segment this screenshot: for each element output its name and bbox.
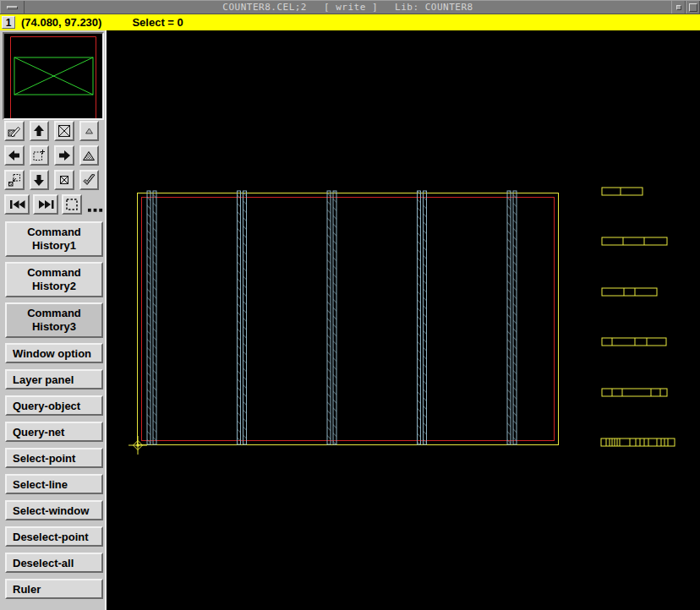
command-history1-button[interactable]: CommandHistory1 (5, 221, 103, 257)
select-line-button[interactable]: Select-line (5, 474, 103, 494)
tool-zoom-out-button[interactable] (4, 170, 25, 190)
window-number-badge: 1 (2, 16, 15, 29)
command-history3-button[interactable]: CommandHistory3 (5, 302, 103, 338)
title-write-mode: [ write ] (324, 2, 378, 13)
select-window-button[interactable]: Select-window (5, 500, 103, 520)
button-label: Query-net (13, 426, 101, 438)
overview-minimap[interactable] (3, 32, 104, 120)
button-label: Query-object (13, 400, 101, 412)
button-label: History2 (7, 280, 101, 293)
poly-bar-strip (147, 191, 150, 444)
application-window: COUNTER8.CEL;2[ write ]Lib: COUNTER8 1 (… (0, 0, 700, 610)
select-count: Select = 0 (132, 16, 183, 29)
query-object-button[interactable]: Query-object (5, 395, 103, 416)
button-label: History1 (7, 239, 101, 253)
minimap-view-window[interactable] (14, 57, 93, 95)
cell-row (602, 288, 657, 296)
tool-zoom-window-button[interactable] (30, 145, 50, 166)
select-box-icon (64, 197, 79, 212)
layer-panel-button[interactable]: Layer panel (5, 369, 103, 389)
draw-edit-icon (7, 123, 22, 139)
pan-right-icon (57, 148, 72, 163)
pan-down-icon (31, 172, 46, 188)
poly-bar-strip (418, 191, 421, 444)
more-dots-icon (87, 199, 104, 215)
window-maximize-button[interactable] (686, 1, 700, 14)
poly-bar-strip (243, 191, 247, 444)
maximize-icon (689, 3, 697, 12)
window-minimize-button[interactable] (671, 1, 686, 14)
button-label: Deselect-all (13, 557, 101, 569)
tool-pan-left-button[interactable] (4, 145, 25, 166)
button-label: Command (7, 226, 101, 239)
window-title: COUNTER8.CEL;2[ write ]Lib: COUNTER8 (25, 1, 671, 14)
poly-bar-strip (327, 191, 331, 444)
window-option-button[interactable]: Window option (5, 343, 103, 363)
zoom-box-large-icon (57, 123, 72, 139)
cell-row (602, 338, 666, 346)
button-label: Select-window (13, 504, 101, 517)
button-label: Deselect-point (13, 531, 101, 543)
main-area: CommandHistory1CommandHistory2CommandHis… (0, 30, 700, 610)
tool-check-hatch-button[interactable] (79, 170, 100, 190)
poly-bar-strip (238, 191, 241, 444)
pan-up-icon (31, 123, 46, 139)
tool-row (4, 145, 104, 166)
mountain-small-icon (81, 123, 96, 139)
deselect-point-button[interactable]: Deselect-point (5, 526, 103, 547)
cursor-coordinates: (74.080, 97.230) (21, 16, 101, 29)
button-label: History3 (7, 320, 101, 334)
poly-bar-strip (424, 191, 427, 444)
pan-left-icon (7, 148, 22, 163)
cell-row (602, 188, 643, 195)
button-label: Window option (13, 347, 101, 360)
zoom-box-small-icon (57, 172, 72, 188)
cell-row (602, 389, 667, 396)
layout-canvas[interactable] (107, 30, 700, 610)
tool-zoom-box-large-button[interactable] (54, 121, 74, 141)
command-button-stack: CommandHistory1CommandHistory2CommandHis… (5, 221, 103, 605)
window-menu-dash-icon (7, 6, 18, 9)
tool-mountain-large-button[interactable] (79, 145, 100, 166)
command-history2-button[interactable]: CommandHistory2 (5, 262, 103, 297)
tool-draw-edit-button[interactable] (4, 121, 25, 141)
tool-pan-right-button[interactable] (54, 145, 74, 166)
check-hatch-icon (81, 172, 96, 188)
button-label: Select-line (13, 478, 101, 491)
tool-first-button[interactable] (4, 194, 30, 215)
mountain-large-icon (81, 148, 96, 163)
tool-mountain-small-button[interactable] (79, 121, 100, 141)
tool-select-box-button[interactable] (62, 194, 82, 215)
cursor-crosshair (129, 436, 147, 455)
tool-more-options[interactable] (87, 194, 104, 215)
button-label: Layer panel (13, 373, 101, 386)
tool-last-button[interactable] (33, 194, 58, 215)
ruler-button[interactable]: Ruler (5, 579, 103, 599)
poly-bar-strip (507, 191, 511, 444)
zoom-out-icon (7, 172, 22, 188)
poly-bar-strip (153, 191, 156, 444)
zoom-window-icon (31, 148, 46, 163)
tool-row (4, 170, 104, 190)
minimize-icon (676, 5, 681, 10)
poly-bar-strip (333, 191, 336, 444)
query-net-button[interactable]: Query-net (5, 422, 103, 442)
window-titlebar: COUNTER8.CEL;2[ write ]Lib: COUNTER8 (0, 0, 700, 14)
button-label: Command (7, 307, 101, 320)
deselect-all-button[interactable]: Deselect-all (5, 553, 103, 573)
tool-row (4, 194, 104, 215)
select-point-button[interactable]: Select-point (5, 448, 103, 468)
window-menu-button[interactable] (0, 1, 25, 14)
poly-bar-strip (513, 191, 517, 444)
title-cell-name: COUNTER8.CEL;2 (222, 2, 307, 13)
title-library: Lib: COUNTER8 (395, 2, 473, 13)
tool-zoom-box-small-button[interactable] (54, 170, 74, 190)
tool-pan-down-button[interactable] (30, 170, 50, 190)
cell-boundary-outer (138, 193, 559, 445)
tool-pan-up-button[interactable] (30, 121, 50, 141)
tool-row (4, 121, 104, 141)
button-label: Command (7, 266, 101, 280)
cell-boundary-inner (142, 198, 555, 441)
cell-row (601, 438, 675, 446)
cell-row (602, 237, 667, 245)
